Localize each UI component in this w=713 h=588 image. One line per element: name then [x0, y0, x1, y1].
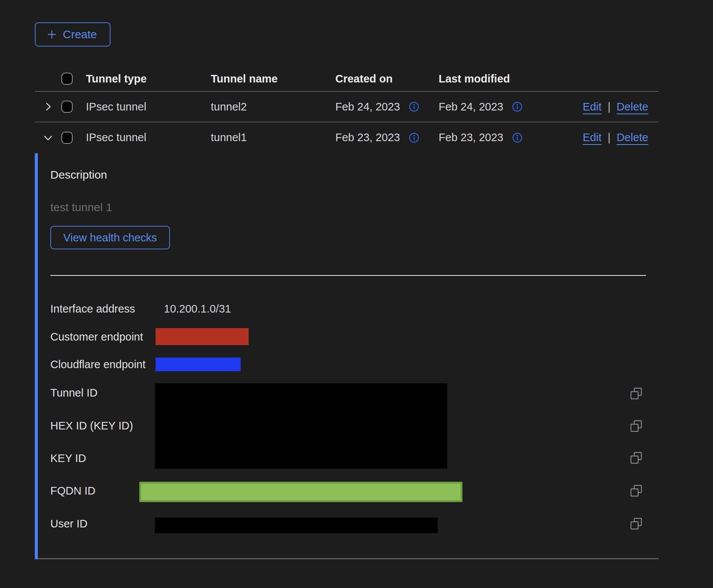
tunnels-page: Create Tunnel type Tunnel name Created o… [0, 0, 713, 588]
copy-hex-id-icon[interactable] [629, 419, 643, 433]
hex-id-label: HEX ID (KEY ID) [50, 419, 133, 432]
copy-tunnel-id-icon[interactable] [629, 387, 643, 400]
key-id-label: KEY ID [50, 452, 86, 465]
table-header-row: Tunnel type Tunnel name Created on Last … [35, 66, 659, 92]
edit-link[interactable]: Edit [583, 131, 602, 144]
details-divider [50, 275, 646, 276]
action-separator: | [608, 131, 611, 144]
tunnel-row-tunnel1: IPsec tunnel tunnel1 Feb 23, 2023 Feb 23… [35, 122, 659, 153]
expanded-accent-bar [35, 153, 38, 559]
created-on-cell: Feb 23, 2023 [335, 131, 400, 144]
row-checkbox[interactable] [61, 132, 73, 144]
tunnel-details-panel: Description test tunnel 1 View health ch… [35, 153, 659, 559]
create-button-label: Create [63, 28, 97, 41]
info-icon[interactable] [408, 101, 420, 112]
action-separator: | [608, 101, 611, 113]
delete-link[interactable]: Delete [616, 101, 648, 113]
user-id-label: User ID [50, 517, 87, 530]
customer-endpoint-redaction [156, 328, 249, 345]
customer-endpoint-label: Customer endpoint [50, 330, 143, 343]
row-checkbox[interactable] [61, 101, 73, 113]
description-label: Description [50, 168, 107, 181]
tunnel-id-label: Tunnel ID [50, 386, 98, 399]
copy-fqdn-id-icon[interactable] [629, 484, 643, 498]
select-all-checkbox[interactable] [61, 73, 73, 85]
description-value: test tunnel 1 [50, 201, 112, 214]
chevron-down-icon[interactable] [42, 132, 54, 143]
header-last-modified: Last modified [439, 73, 583, 85]
cloudflare-endpoint-redaction [156, 358, 241, 371]
fqdn-id-label: FQDN ID [50, 484, 95, 497]
tunnel-type-cell: IPsec tunnel [86, 101, 211, 113]
interface-address-value: 10.200.1.0/31 [164, 302, 231, 315]
edit-link[interactable]: Edit [583, 101, 602, 113]
tunnel-name-cell: tunnel1 [211, 131, 335, 144]
tunnel-row-tunnel2: IPsec tunnel tunnel2 Feb 24, 2023 Feb 24… [35, 92, 659, 122]
info-icon[interactable] [512, 101, 523, 112]
ids-redaction [155, 383, 447, 469]
last-modified-cell: Feb 23, 2023 [439, 131, 503, 144]
cloudflare-endpoint-label: Cloudflare endpoint [50, 358, 146, 371]
info-icon[interactable] [408, 132, 420, 143]
plus-icon [46, 29, 58, 40]
tunnels-table: Tunnel type Tunnel name Created on Last … [35, 66, 659, 153]
interface-address-label: Interface address [50, 302, 135, 315]
chevron-right-icon[interactable] [42, 101, 54, 112]
fqdn-id-redaction [139, 482, 462, 502]
user-id-redaction [155, 518, 438, 533]
copy-key-id-icon[interactable] [629, 451, 643, 465]
tunnel-name-cell: tunnel2 [211, 101, 335, 113]
tunnel-type-cell: IPsec tunnel [86, 131, 211, 144]
header-tunnel-type: Tunnel type [86, 73, 211, 85]
header-created-on: Created on [335, 73, 439, 85]
header-tunnel-name: Tunnel name [211, 73, 335, 85]
last-modified-cell: Feb 24, 2023 [439, 101, 503, 113]
created-on-cell: Feb 24, 2023 [335, 101, 400, 113]
create-tunnel-button[interactable]: Create [35, 22, 111, 47]
copy-user-id-icon[interactable] [629, 517, 643, 530]
delete-link[interactable]: Delete [616, 131, 648, 144]
view-health-checks-button[interactable]: View health checks [50, 226, 170, 249]
info-icon[interactable] [512, 132, 523, 143]
